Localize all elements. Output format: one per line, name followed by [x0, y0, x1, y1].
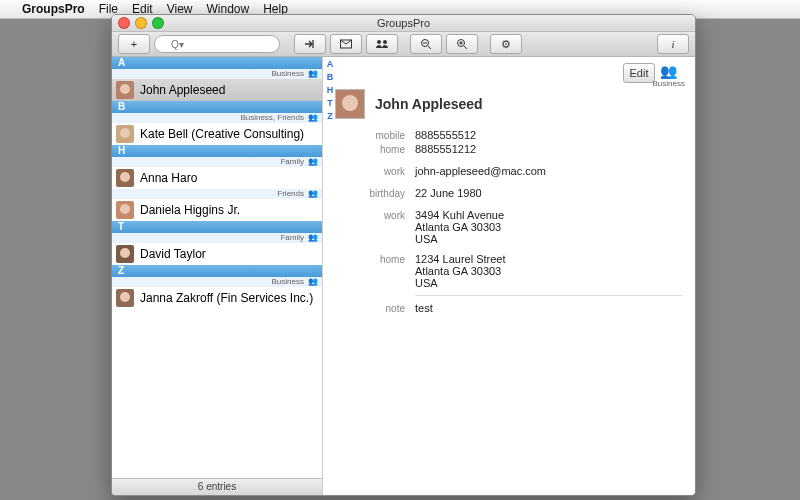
- avatar: [116, 81, 134, 99]
- group-tag: Business, Friends👥: [112, 113, 322, 123]
- contact-row[interactable]: John Appleseed: [112, 79, 322, 101]
- group-icon: 👥: [308, 113, 318, 123]
- svg-point-2: [383, 40, 387, 44]
- gear-icon: ⚙: [501, 38, 511, 51]
- contact-photo[interactable]: [335, 89, 365, 119]
- section-header: T: [112, 221, 322, 233]
- group-icon: 👥: [308, 189, 318, 199]
- group-tag: Family👥: [112, 157, 322, 167]
- window-titlebar[interactable]: GroupsPro: [112, 15, 695, 32]
- avatar: [116, 289, 134, 307]
- sidebar-footer: 6 entries: [112, 478, 322, 495]
- contact-name: David Taylor: [140, 247, 206, 261]
- group-icon: 👥: [308, 233, 318, 243]
- add-button[interactable]: +: [118, 34, 150, 54]
- group-icon: 👥: [308, 69, 318, 79]
- mail-button[interactable]: [330, 34, 362, 54]
- group-tag: Business👥: [112, 69, 322, 79]
- contacts-sidebar: A Business👥 John Appleseed B Business, F…: [112, 57, 323, 495]
- search-wrap: 🔍: [154, 35, 280, 53]
- info-button[interactable]: i: [657, 34, 689, 54]
- groups-button[interactable]: [366, 34, 398, 54]
- group-tag: Family👥: [112, 233, 322, 243]
- svg-point-1: [377, 40, 381, 44]
- section-header: Z: [112, 265, 322, 277]
- group-icon: 👥: [653, 63, 685, 79]
- group-tag: Business👥: [112, 277, 322, 287]
- settings-button[interactable]: ⚙: [490, 34, 522, 54]
- contact-name: John Appleseed: [140, 83, 225, 97]
- avatar: [116, 201, 134, 219]
- zoom-out-button[interactable]: [410, 34, 442, 54]
- divider: [415, 295, 683, 296]
- contact-name: Kate Bell (Creative Consulting): [140, 127, 304, 141]
- contact-name: Daniela Higgins Jr.: [140, 203, 240, 217]
- app-menu[interactable]: GroupsPro: [22, 0, 85, 18]
- section-header: A: [112, 57, 322, 69]
- contact-row[interactable]: Anna Haro: [112, 167, 322, 189]
- contact-display-name: John Appleseed: [375, 96, 483, 112]
- window-title: GroupsPro: [377, 17, 430, 29]
- contact-detail-pane: Edit 👥 Business John Appleseed mobile 88…: [323, 57, 695, 495]
- field-home-phone: home 8885551212: [335, 143, 683, 155]
- contact-name: Janna Zakroff (Fin Services Inc.): [140, 291, 313, 305]
- section-header: H: [112, 145, 322, 157]
- group-icon: 👥: [308, 277, 318, 287]
- minimize-window-button[interactable]: [135, 17, 147, 29]
- avatar: [116, 169, 134, 187]
- avatar: [116, 245, 134, 263]
- import-button[interactable]: [294, 34, 326, 54]
- app-window: GroupsPro + 🔍 ⚙ i: [111, 14, 696, 496]
- field-birthday: birthday 22 June 1980: [335, 187, 683, 199]
- group-tag: Friends👥: [112, 189, 322, 199]
- field-note: note test: [335, 302, 683, 314]
- contact-row[interactable]: David Taylor: [112, 243, 322, 265]
- group-icon: 👥: [308, 157, 318, 167]
- contact-row[interactable]: Kate Bell (Creative Consulting): [112, 123, 322, 145]
- contact-row[interactable]: Daniela Higgins Jr.: [112, 199, 322, 221]
- toolbar: + 🔍 ⚙ i: [112, 32, 695, 57]
- field-work-address: work 3494 Kuhl Avenue Atlanta GA 30303 U…: [335, 209, 683, 245]
- contact-name: Anna Haro: [140, 171, 197, 185]
- close-window-button[interactable]: [118, 17, 130, 29]
- section-header: B: [112, 101, 322, 113]
- search-input[interactable]: [154, 35, 280, 53]
- avatar: [116, 125, 134, 143]
- contacts-list[interactable]: A Business👥 John Appleseed B Business, F…: [112, 57, 322, 478]
- edit-button[interactable]: Edit: [623, 63, 655, 83]
- contact-row[interactable]: Janna Zakroff (Fin Services Inc.): [112, 287, 322, 309]
- business-badge: 👥 Business: [653, 63, 685, 88]
- zoom-in-button[interactable]: [446, 34, 478, 54]
- field-mobile: mobile 8885555512: [335, 129, 683, 141]
- zoom-window-button[interactable]: [152, 17, 164, 29]
- field-email: work john-appleseed@mac.com: [335, 165, 683, 177]
- field-home-address: home 1234 Laurel Street Atlanta GA 30303…: [335, 253, 683, 289]
